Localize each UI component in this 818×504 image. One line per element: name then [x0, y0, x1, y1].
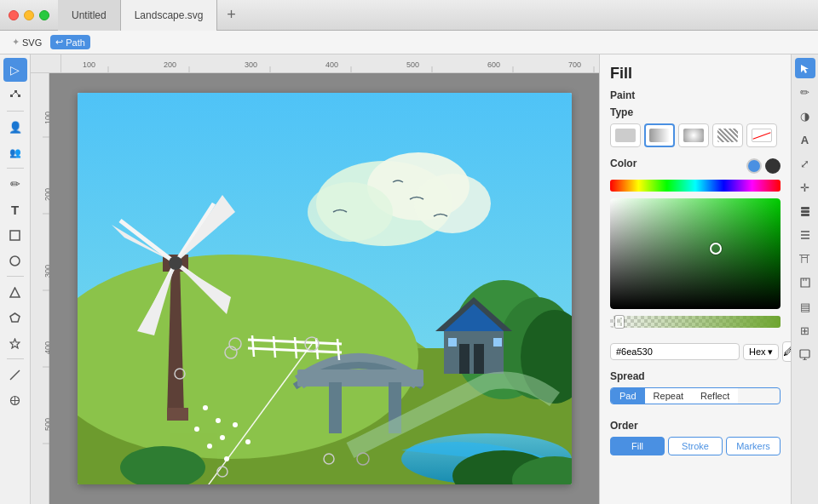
type-none[interactable]: [746, 123, 777, 147]
tool-text[interactable]: T: [3, 198, 27, 221]
svg-line-3: [11, 92, 15, 96]
svg-marker-109: [801, 278, 809, 287]
svg-marker-9: [10, 339, 20, 348]
hex-row: Hex ▾ 🖉: [610, 341, 781, 362]
far-museum[interactable]: ⛩: [795, 249, 815, 269]
tab-landscape[interactable]: Landscape.svg: [121, 0, 218, 31]
tool-rect[interactable]: [3, 223, 27, 247]
eyedropper-button[interactable]: 🖉: [782, 341, 791, 362]
far-chat[interactable]: ▤: [795, 296, 815, 317]
type-linear[interactable]: [644, 123, 675, 147]
main-area: ▷ 👤 👥 ✏ T: [0, 54, 818, 504]
type-pattern[interactable]: [712, 123, 743, 147]
left-toolbar: ▷ 👤 👥 ✏ T: [0, 54, 31, 504]
minimize-button[interactable]: [24, 10, 34, 20]
maximize-button[interactable]: [39, 10, 49, 20]
tool-pencil[interactable]: ✏: [3, 172, 27, 196]
far-contrast[interactable]: ◑: [795, 106, 815, 126]
svg-point-98: [357, 453, 369, 465]
svg-point-6: [10, 256, 20, 266]
color-picker-handle[interactable]: [710, 243, 722, 255]
top-ruler-row: 100 200 300 400 500 600 700 800: [31, 54, 599, 73]
far-font[interactable]: A: [795, 129, 815, 150]
tool-crosshair[interactable]: [3, 388, 27, 412]
path-overlay: [78, 93, 572, 484]
spread-buttons: Pad Repeat Reflect: [610, 387, 781, 404]
order-buttons: Fill Stroke Markers: [610, 437, 781, 455]
svg-text:300: 300: [43, 265, 49, 278]
color-picker[interactable]: [610, 198, 781, 309]
hue-bar[interactable]: [610, 180, 781, 192]
paint-type-row: [610, 123, 781, 147]
alpha-bar[interactable]: [610, 316, 781, 328]
breadcrumb-svg[interactable]: ✦ SVG: [7, 35, 47, 49]
color-swatch-blue[interactable]: [746, 158, 762, 174]
close-button[interactable]: [9, 10, 19, 20]
far-pointer[interactable]: [795, 58, 815, 78]
ruler-corner: [31, 54, 61, 73]
svg-marker-8: [10, 313, 20, 322]
far-pencil[interactable]: ✏: [795, 82, 815, 102]
svg-text:500: 500: [43, 418, 49, 431]
add-tab-button[interactable]: +: [217, 0, 245, 31]
svg-text:500: 500: [406, 60, 419, 69]
far-grid[interactable]: ⊞: [795, 320, 815, 341]
svg-line-10: [10, 370, 20, 380]
tool-select[interactable]: ▷: [3, 58, 27, 82]
order-section: Order Fill Stroke Markers: [610, 413, 781, 455]
tool-pentagon[interactable]: [3, 306, 27, 329]
tool-persons[interactable]: 👥: [3, 140, 27, 164]
color-swatch-dark[interactable]: [765, 158, 781, 174]
far-expand[interactable]: ⤢: [795, 153, 815, 174]
type-radial[interactable]: [678, 123, 709, 147]
color-header: Color: [610, 158, 781, 175]
tool-node[interactable]: [3, 83, 27, 107]
svg-rect-105: [801, 214, 809, 216]
breadcrumb-path[interactable]: ↩ Path: [50, 35, 90, 49]
tab-bar: Untitled Landscape.svg +: [58, 0, 245, 31]
tool-ellipse[interactable]: [3, 249, 27, 272]
svg-rect-112: [800, 350, 809, 358]
color-label: Color: [610, 158, 637, 169]
far-move[interactable]: ✛: [795, 177, 815, 198]
canvas-main: 100 200 300 400 500: [31, 73, 599, 504]
tool-person[interactable]: 👤: [3, 115, 27, 139]
far-right-panel: ✏ ◑ A ⤢ ✛ ⛩ ▤ ⊞: [791, 54, 818, 504]
far-measure[interactable]: [795, 272, 815, 293]
far-list[interactable]: [795, 225, 815, 245]
order-stroke[interactable]: Stroke: [668, 437, 723, 455]
panel-title: Fill: [610, 65, 781, 83]
canvas-content[interactable]: [49, 73, 599, 504]
spread-repeat[interactable]: Repeat: [645, 388, 692, 404]
tab-untitled[interactable]: Untitled: [58, 0, 121, 31]
spread-section: Spread Pad Repeat Reflect: [610, 370, 781, 404]
spread-reflect[interactable]: Reflect: [692, 388, 738, 404]
far-layers[interactable]: [795, 201, 815, 221]
canvas-area: 100 200 300 400 500 600 700 800: [31, 54, 599, 504]
order-markers[interactable]: Markers: [726, 437, 781, 455]
spread-pad[interactable]: Pad: [611, 388, 645, 404]
alpha-handle[interactable]: [615, 316, 624, 328]
tool-triangle[interactable]: [3, 280, 27, 304]
right-panel: Fill Paint Type Color: [599, 54, 791, 504]
svg-point-100: [175, 369, 185, 379]
canvas-frame: [78, 93, 572, 484]
svg-line-91: [171, 344, 312, 484]
titlebar: Untitled Landscape.svg +: [0, 0, 818, 31]
type-flat[interactable]: [610, 123, 641, 147]
svg-rect-5: [10, 231, 20, 240]
tool-line[interactable]: [3, 363, 27, 387]
traffic-lights: [0, 10, 49, 20]
tool-star[interactable]: [3, 331, 27, 355]
spread-label: Spread: [610, 370, 781, 382]
horizontal-ruler: 100 200 300 400 500 600 700 800: [61, 54, 599, 73]
hex-format-selector[interactable]: Hex ▾: [743, 344, 779, 360]
svg-point-99: [324, 454, 334, 464]
svg-text:200: 200: [43, 188, 49, 201]
svg-text:400: 400: [43, 341, 49, 354]
far-export[interactable]: [795, 344, 815, 364]
svg-text:600: 600: [487, 60, 500, 69]
order-fill[interactable]: Fill: [610, 437, 665, 455]
svg-marker-7: [10, 288, 20, 297]
hex-input[interactable]: [610, 343, 740, 360]
